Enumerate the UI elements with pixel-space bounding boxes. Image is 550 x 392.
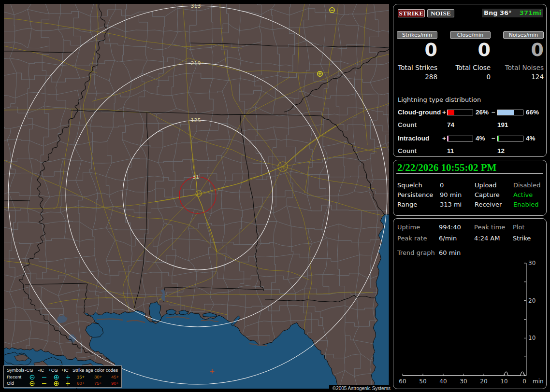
status-label: Range: [397, 201, 417, 208]
status-label-2: Capture: [475, 191, 500, 198]
x-tick-label: 30: [460, 378, 467, 385]
plus-count: 11: [447, 147, 454, 154]
plus-ratio-bar: [447, 136, 473, 141]
status-label-2: Upload: [475, 182, 497, 189]
status-box: 2/22/2026 10:55:02 PMSquelch0UploadDisab…: [393, 160, 547, 216]
trend-graph-period: 60 min: [439, 249, 461, 256]
plus-percent: 4%: [476, 135, 485, 142]
bearing-label: Bng 36°: [484, 9, 512, 16]
total-value: 0: [486, 73, 491, 81]
distribution-divider: [398, 105, 544, 105]
trend-axes: [403, 263, 526, 376]
close-per-min-button[interactable]: Close/min: [450, 31, 491, 39]
distribution-row-label: Cloud-ground: [398, 109, 441, 116]
app-window: 31321912531 Symbols-CG-IC+CG+ICStrike ag…: [0, 0, 550, 392]
rate-value: 0: [478, 39, 491, 60]
total-value: 288: [425, 73, 437, 81]
plus-percent: 26%: [476, 109, 489, 116]
status-value-2: Disabled: [513, 182, 540, 189]
x-tick-label: 50: [419, 378, 426, 385]
x-tick-label: 20: [480, 378, 487, 385]
plus-ratio-bar: [447, 110, 473, 115]
ring-label-313: 313: [191, 4, 201, 9]
status-label-2: Receiver: [475, 201, 502, 208]
x-axis-unit: min: [533, 378, 544, 385]
total-label: Total Noises: [505, 64, 544, 71]
stat-col4: Plot: [513, 224, 525, 231]
trend-graph-label: Trend graph: [397, 249, 435, 256]
ring-label-125: 125: [191, 117, 201, 124]
bearing-readout: Bng 36°371mi: [482, 9, 543, 17]
strike-toggle-button[interactable]: STRIKE: [398, 9, 425, 17]
minus-percent: 4%: [526, 135, 536, 142]
stat-col3: 4:24 AM: [474, 235, 500, 242]
ring-label-219: 219: [191, 60, 201, 67]
copyright-label: ©2005 Astrogenic Systems: [329, 385, 393, 392]
count-label: Count: [398, 147, 417, 154]
total-label: Total Strikes: [398, 64, 437, 71]
legend-symbols-header: Symbols: [7, 367, 24, 373]
rate-value: 0: [425, 39, 437, 60]
legend-age-header: Strike age color codes: [72, 367, 118, 373]
status-label: Squelch: [397, 182, 422, 189]
stat-value: 994:40: [439, 224, 461, 231]
legend-row-label: Old: [7, 380, 14, 386]
x-tick-label: 60: [399, 378, 406, 385]
status-divider: [396, 173, 543, 174]
status-value: 313 mi: [440, 201, 462, 208]
noise-toggle-button[interactable]: NOISE: [427, 9, 454, 17]
distribution-title: Lightning type distribution: [398, 96, 481, 103]
counters-box: STRIKENOISEBng 36°371miStrikes/min0Total…: [393, 4, 547, 157]
minus-ratio-bar: [497, 110, 523, 115]
age-code-30: 30+: [94, 374, 102, 379]
stat-col3: Peak time: [474, 224, 505, 231]
age-code-15: 15+: [77, 374, 85, 379]
plus-sign: +: [442, 135, 446, 142]
legend-col-header: -IC: [38, 367, 44, 373]
noises-per-min-button[interactable]: Noises/min: [503, 31, 544, 39]
total-value: 124: [531, 73, 544, 81]
trend-graph: 1020306050403020100min: [397, 258, 546, 388]
x-tick-label: 10: [500, 378, 507, 385]
status-value-2: Active: [513, 191, 533, 198]
status-value: 0: [440, 182, 444, 189]
status-value-2: Enabled: [513, 201, 539, 208]
age-code-45: 45+: [111, 374, 119, 379]
age-code-60: 60+: [77, 380, 85, 386]
x-tick-label: 40: [439, 378, 447, 385]
stat-col4: Strike: [513, 235, 531, 242]
datetime-display: 2/22/2026 10:55:02 PM: [397, 162, 496, 174]
y-tick-label: 10: [528, 335, 536, 341]
legend-row-label: Recent: [7, 374, 21, 379]
legend-col-header: -CG: [25, 367, 33, 373]
legend-col-header: +IC: [61, 367, 68, 373]
stat-label: Uptime: [397, 224, 420, 231]
stat-value: 6/min: [439, 235, 457, 242]
map-canvas: 31321912531: [4, 4, 389, 389]
plus-sign: +: [442, 109, 446, 116]
stat-label: Peak rate: [397, 235, 427, 242]
minus-count: 191: [497, 121, 508, 128]
bearing-distance: 371mi: [520, 9, 541, 16]
trend-line: [403, 372, 526, 376]
plus-count: 74: [447, 121, 454, 128]
age-code-90: 90+: [111, 380, 119, 386]
total-label: Total Close: [455, 64, 491, 71]
minus-sign: –: [492, 108, 495, 115]
status-value: 90 min: [440, 191, 462, 198]
y-tick-label: 30: [528, 260, 536, 266]
lightning-map[interactable]: 31321912531 Symbols-CG-IC+CG+ICStrike ag…: [4, 4, 389, 389]
minus-count: 12: [497, 147, 505, 154]
x-tick-label: 0: [522, 378, 526, 385]
age-code-75: 75+: [94, 380, 102, 386]
status-panel: STRIKENOISEBng 36°371miStrikes/min0Total…: [393, 0, 547, 392]
trend-box: Uptime994:40Peak timePlotPeak rate6/min4…: [393, 218, 547, 389]
legend-col-header: +CG: [48, 367, 58, 373]
distribution-row-label: Intracloud: [398, 135, 429, 142]
count-label: Count: [398, 121, 417, 128]
status-label: Persistence: [397, 191, 433, 198]
minus-percent: 66%: [526, 109, 539, 116]
strikes-per-min-button[interactable]: Strikes/min: [397, 31, 437, 39]
y-tick-label: 20: [528, 297, 536, 304]
ring-label-31: 31: [192, 174, 199, 180]
